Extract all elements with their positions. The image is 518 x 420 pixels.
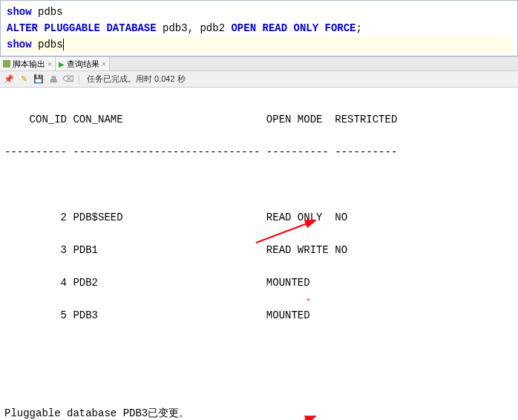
keyword-show: show [7,39,32,50]
blank-line [4,340,514,356]
save-icon[interactable]: 💾 [33,73,45,85]
status-text: 任务已完成。用时 0.042 秒 [87,73,186,85]
output-tab-bar: 脚本输出 × ▶ 查询结果 × [0,56,518,71]
arrow-annotation-small: ◂ [306,292,309,308]
pencil-icon[interactable]: ✎ [18,73,30,85]
table-row: 4 PDB2 MOUNTED [4,275,514,291]
table-divider: ---------- -----------------------------… [4,144,514,160]
keyword-open: OPEN READ ONLY FORCE [231,22,355,34]
sql-line-1: show pdbs [7,4,511,20]
table-row: 5 PDB3 MOUNTED [4,307,514,324]
tab-query-result[interactable]: ▶ 查询结果 × [56,57,110,70]
tab-label: 查询结果 [67,59,99,70]
tab-label: 脚本输出 [13,59,45,70]
print-icon[interactable]: 🖶 [47,73,59,85]
output-toolbar: 📌 ✎ 💾 🖶 ⌫ 任务已完成。用时 0.042 秒 [0,71,518,88]
keyword-alter: ALTER PLUGGABLE DATABASE [7,22,157,34]
tab-script-output[interactable]: 脚本输出 × [0,57,56,70]
close-icon[interactable]: × [47,60,52,68]
sql-line-2: ALTER PLUGGABLE DATABASE pdb3, pdb2 OPEN… [7,20,511,36]
pin-icon[interactable]: 📌 [3,73,15,85]
arrow-annotation-1 [252,184,319,279]
sql-editor[interactable]: show pdbs ALTER PLUGGABLE DATABASE pdb3,… [0,0,518,56]
keyword-show: show [7,6,32,18]
table-header: CON_ID CON_NAME OPEN MODE RESTRICTED [4,111,514,128]
status-message: Pluggable database PDB3已变更。 [4,405,514,420]
output-panel: CON_ID CON_NAME OPEN MODE RESTRICTED ---… [0,88,518,420]
table-row: 2 PDB$SEED READ ONLY NO [4,209,514,226]
play-icon: ▶ [59,60,65,68]
close-icon[interactable]: × [102,60,106,68]
blank-line [4,373,514,389]
separator [79,74,79,85]
table-row: 3 PDB1 READ WRITE NO [4,242,514,258]
erase-icon[interactable]: ⌫ [62,73,74,85]
sql-line-3: show pdbs [7,36,511,53]
blank-line [4,177,514,193]
script-output-icon [3,60,10,68]
